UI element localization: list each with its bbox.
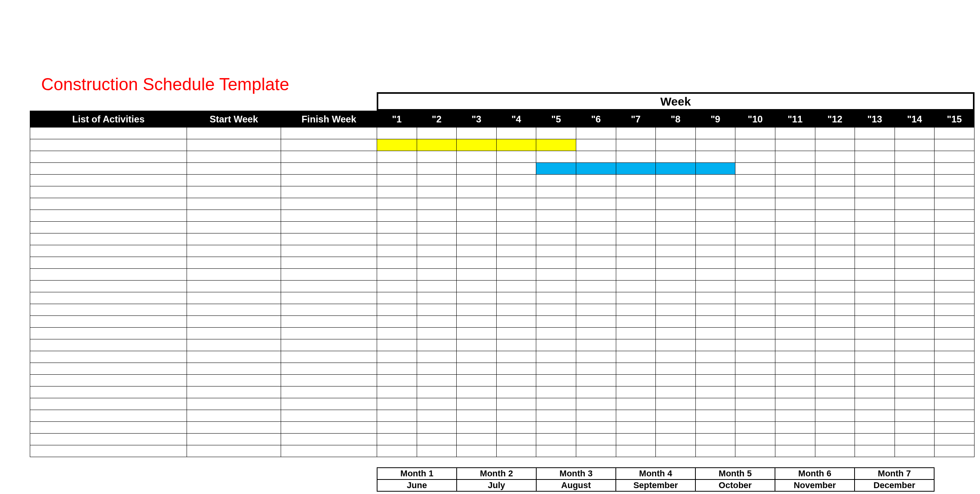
cell-week[interactable] <box>815 363 855 375</box>
cell-week[interactable] <box>895 422 935 434</box>
cell-week[interactable] <box>735 186 775 198</box>
cell-week[interactable] <box>695 375 735 386</box>
cell-week[interactable] <box>377 233 417 245</box>
cell-week[interactable] <box>735 175 775 186</box>
cell-finish[interactable] <box>281 422 377 434</box>
cell-start[interactable] <box>187 198 281 210</box>
cell-week[interactable] <box>536 281 576 292</box>
cell-week[interactable] <box>656 175 696 186</box>
cell-week[interactable] <box>775 375 815 386</box>
cell-week[interactable] <box>735 139 775 151</box>
cell-activity[interactable] <box>30 198 187 210</box>
cell-week[interactable] <box>815 139 855 151</box>
cell-week[interactable] <box>417 398 457 410</box>
cell-week[interactable] <box>457 434 497 445</box>
cell-week[interactable] <box>855 175 895 186</box>
cell-week[interactable] <box>895 351 935 363</box>
cell-week[interactable] <box>775 139 815 151</box>
cell-start[interactable] <box>187 304 281 316</box>
cell-week[interactable] <box>775 257 815 269</box>
cell-week[interactable] <box>576 375 616 386</box>
cell-week[interactable] <box>695 245 735 257</box>
cell-week[interactable] <box>457 339 497 351</box>
cell-week[interactable] <box>536 292 576 304</box>
cell-week[interactable] <box>895 186 935 198</box>
cell-week[interactable] <box>695 398 735 410</box>
cell-start[interactable] <box>187 233 281 245</box>
cell-week[interactable] <box>536 434 576 445</box>
cell-week[interactable] <box>576 410 616 422</box>
cell-week[interactable] <box>855 233 895 245</box>
gantt-bar-segment[interactable] <box>616 163 656 175</box>
cell-week[interactable] <box>935 151 975 163</box>
cell-week[interactable] <box>496 222 536 233</box>
cell-week[interactable] <box>536 363 576 375</box>
cell-week[interactable] <box>815 351 855 363</box>
cell-week[interactable] <box>935 386 975 398</box>
cell-activity[interactable] <box>30 257 187 269</box>
cell-week[interactable] <box>616 257 656 269</box>
cell-week[interactable] <box>536 257 576 269</box>
cell-week[interactable] <box>417 198 457 210</box>
cell-finish[interactable] <box>281 269 377 281</box>
cell-week[interactable] <box>457 363 497 375</box>
cell-week[interactable] <box>935 128 975 139</box>
cell-week[interactable] <box>735 375 775 386</box>
cell-week[interactable] <box>775 410 815 422</box>
cell-week[interactable] <box>775 175 815 186</box>
cell-week[interactable] <box>815 328 855 339</box>
cell-finish[interactable] <box>281 139 377 151</box>
cell-week[interactable] <box>855 292 895 304</box>
cell-week[interactable] <box>417 222 457 233</box>
cell-finish[interactable] <box>281 398 377 410</box>
cell-week[interactable] <box>616 210 656 222</box>
cell-finish[interactable] <box>281 328 377 339</box>
cell-week[interactable] <box>616 198 656 210</box>
cell-week[interactable] <box>735 292 775 304</box>
cell-week[interactable] <box>457 163 497 175</box>
cell-week[interactable] <box>457 128 497 139</box>
cell-week[interactable] <box>536 398 576 410</box>
cell-week[interactable] <box>695 186 735 198</box>
cell-week[interactable] <box>815 163 855 175</box>
cell-week[interactable] <box>377 434 417 445</box>
cell-week[interactable] <box>735 434 775 445</box>
cell-week[interactable] <box>496 186 536 198</box>
cell-week[interactable] <box>377 375 417 386</box>
cell-week[interactable] <box>935 410 975 422</box>
cell-week[interactable] <box>576 233 616 245</box>
cell-week[interactable] <box>695 422 735 434</box>
cell-start[interactable] <box>187 163 281 175</box>
cell-week[interactable] <box>457 328 497 339</box>
cell-start[interactable] <box>187 222 281 233</box>
cell-week[interactable] <box>695 257 735 269</box>
cell-week[interactable] <box>457 422 497 434</box>
cell-week[interactable] <box>695 292 735 304</box>
cell-week[interactable] <box>496 163 536 175</box>
cell-week[interactable] <box>656 292 696 304</box>
cell-week[interactable] <box>576 128 616 139</box>
cell-start[interactable] <box>187 363 281 375</box>
cell-week[interactable] <box>457 375 497 386</box>
cell-week[interactable] <box>377 445 417 457</box>
cell-week[interactable] <box>656 304 696 316</box>
cell-week[interactable] <box>775 128 815 139</box>
cell-week[interactable] <box>855 128 895 139</box>
cell-week[interactable] <box>855 445 895 457</box>
cell-week[interactable] <box>935 445 975 457</box>
cell-week[interactable] <box>855 304 895 316</box>
cell-activity[interactable] <box>30 434 187 445</box>
cell-week[interactable] <box>656 151 696 163</box>
cell-week[interactable] <box>536 233 576 245</box>
cell-week[interactable] <box>616 363 656 375</box>
cell-week[interactable] <box>735 410 775 422</box>
cell-week[interactable] <box>576 422 616 434</box>
cell-week[interactable] <box>775 328 815 339</box>
cell-start[interactable] <box>187 292 281 304</box>
cell-week[interactable] <box>656 398 696 410</box>
cell-week[interactable] <box>536 375 576 386</box>
cell-week[interactable] <box>536 351 576 363</box>
cell-week[interactable] <box>735 363 775 375</box>
cell-week[interactable] <box>457 210 497 222</box>
cell-week[interactable] <box>457 186 497 198</box>
